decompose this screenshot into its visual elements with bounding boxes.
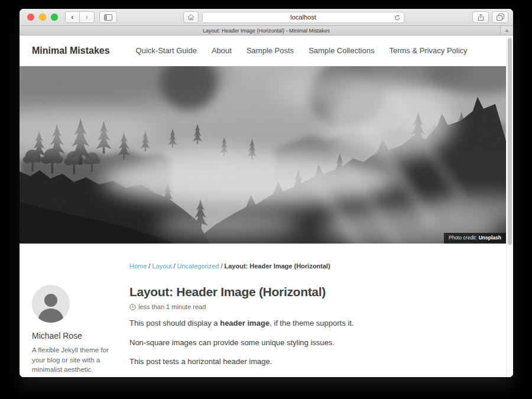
sidebar-icon bbox=[104, 14, 112, 21]
photo-credit-source: Unsplash bbox=[479, 235, 501, 241]
author-bio: A flexible Jekyll theme for your blog or… bbox=[32, 345, 110, 377]
web-viewport: Minimal Mistakes Quick-Start Guide About… bbox=[20, 35, 513, 377]
nav-item-about[interactable]: About bbox=[212, 46, 232, 55]
read-time: less than 1 minute read bbox=[138, 303, 206, 310]
post-title: Layout: Header Image (Horizontal) bbox=[129, 285, 498, 299]
page-content: Minimal Mistakes Quick-Start Guide About… bbox=[20, 35, 506, 377]
vertical-scrollbar[interactable] bbox=[506, 35, 513, 377]
traffic-lights bbox=[27, 14, 58, 21]
paragraph: This post tests a horizontal header imag… bbox=[129, 356, 498, 368]
tab-overview-button[interactable] bbox=[492, 11, 508, 23]
active-tab[interactable]: Layout: Header Image (Horizontal) - Mini… bbox=[203, 28, 330, 34]
nav-item-sample-posts[interactable]: Sample Posts bbox=[246, 46, 294, 55]
article-main: Layout: Header Image (Horizontal) less t… bbox=[129, 285, 506, 377]
history-nav-group: ‹ › bbox=[65, 11, 95, 23]
breadcrumb-current: Layout: Header Image (Horizontal) bbox=[225, 262, 330, 270]
tabs-icon bbox=[497, 14, 504, 21]
clock-icon bbox=[129, 304, 136, 310]
chevron-left-icon: ‹ bbox=[71, 13, 73, 21]
article-content-area: Home/Layout/Uncategorized/Layout: Header… bbox=[20, 262, 506, 377]
scrollbar-thumb[interactable] bbox=[508, 38, 512, 245]
browser-toolbar: ‹ › localhost bbox=[20, 9, 513, 26]
home-button[interactable] bbox=[183, 11, 199, 23]
post-meta: less than 1 minute read bbox=[129, 303, 498, 310]
close-window-button[interactable] bbox=[27, 14, 34, 21]
breadcrumb-separator: / bbox=[220, 262, 222, 270]
paragraph: This post should display a header image,… bbox=[129, 317, 498, 329]
foggy-forest-image bbox=[20, 66, 506, 244]
minimize-window-button[interactable] bbox=[39, 14, 46, 21]
share-icon bbox=[478, 14, 484, 21]
avatar bbox=[32, 285, 70, 323]
site-masthead: Minimal Mistakes Quick-Start Guide About… bbox=[20, 35, 506, 66]
nav-item-sample-collections[interactable]: Sample Collections bbox=[309, 46, 374, 55]
breadcrumb-link-home[interactable]: Home bbox=[129, 262, 147, 270]
author-sidebar: Michael Rose A flexible Jekyll theme for… bbox=[32, 285, 110, 377]
breadcrumb-link-uncategorized[interactable]: Uncategorized bbox=[177, 262, 219, 270]
photo-credit-label: Photo credit: bbox=[449, 235, 477, 241]
nav-item-quick-start-guide[interactable]: Quick-Start Guide bbox=[136, 46, 197, 55]
browser-window: ‹ › localhost Layout: Header Image (Hori… bbox=[20, 9, 513, 377]
breadcrumb-link-layout[interactable]: Layout bbox=[152, 262, 171, 270]
site-title-link[interactable]: Minimal Mistakes bbox=[32, 46, 110, 56]
chevron-right-icon: › bbox=[86, 13, 88, 21]
address-bar[interactable]: localhost bbox=[202, 12, 404, 23]
site-navigation: Quick-Start Guide About Sample Posts Sam… bbox=[136, 46, 468, 55]
person-silhouette-icon bbox=[32, 285, 70, 323]
zoom-window-button[interactable] bbox=[51, 14, 58, 21]
new-tab-button[interactable]: + bbox=[500, 26, 513, 35]
breadcrumb-separator: / bbox=[148, 262, 150, 270]
nav-item-terms-privacy[interactable]: Terms & Privacy Policy bbox=[389, 46, 467, 55]
url-text: localhost bbox=[290, 14, 316, 21]
home-icon bbox=[187, 14, 194, 21]
breadcrumb: Home/Layout/Uncategorized/Layout: Header… bbox=[129, 262, 506, 270]
back-button[interactable]: ‹ bbox=[65, 11, 80, 23]
photo-credit: Photo credit:Unsplash bbox=[444, 233, 506, 244]
header-image: Photo credit:Unsplash bbox=[20, 66, 506, 244]
paragraph: Non-square images can provide some uniqu… bbox=[129, 337, 498, 349]
share-button[interactable] bbox=[472, 11, 489, 23]
forward-button[interactable]: › bbox=[80, 11, 95, 23]
toolbar-right-tools bbox=[472, 11, 508, 23]
author-name: Michael Rose bbox=[32, 331, 110, 340]
sidebar-toggle-button[interactable] bbox=[99, 11, 117, 23]
breadcrumb-separator: / bbox=[173, 262, 175, 270]
tab-bar: Layout: Header Image (Horizontal) - Mini… bbox=[20, 26, 513, 35]
reload-icon[interactable] bbox=[394, 14, 401, 21]
